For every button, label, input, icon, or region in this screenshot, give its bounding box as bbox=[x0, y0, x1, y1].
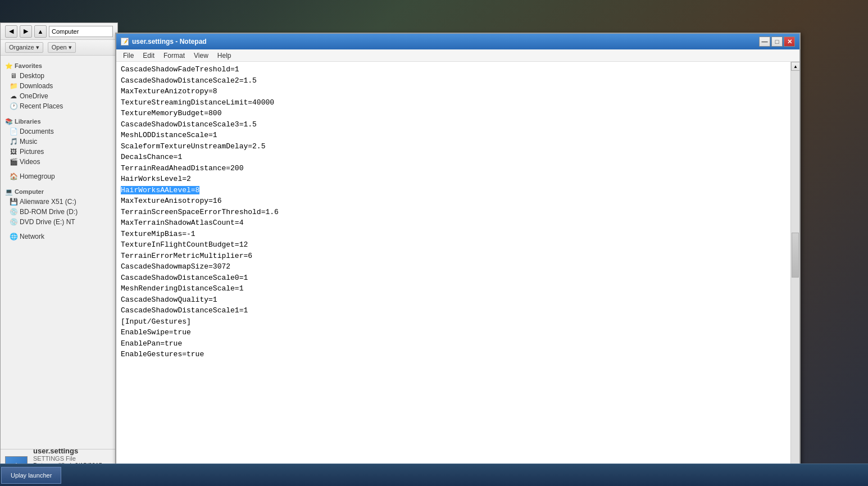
notepad-title-text: user.settings - Notepad bbox=[132, 38, 207, 46]
videos-icon: 🎬 bbox=[10, 158, 17, 166]
notepad-titlebar: 📝 user.settings - Notepad — □ ✕ bbox=[116, 34, 799, 49]
notepad-text-area[interactable]: CascadeShadowFadeTreshold=1 CascadeShado… bbox=[116, 62, 790, 485]
maximize-button[interactable]: □ bbox=[771, 37, 783, 47]
explorer-sidebar: ⭐ Favorites 🖥 Desktop 📁 Downloads ☁ OneD… bbox=[1, 56, 117, 246]
sidebar-item-homegroup[interactable]: 🏠 Homegroup bbox=[1, 171, 117, 181]
libraries-header: 📚 Libraries bbox=[1, 116, 117, 126]
sidebar-label-music: Music bbox=[20, 138, 37, 146]
open-button[interactable]: Open ▾ bbox=[48, 42, 76, 53]
sidebar-item-downloads[interactable]: 📁 Downloads bbox=[1, 81, 117, 91]
computer-header: 💻 Computer bbox=[1, 186, 117, 197]
taskbar-uplay-button[interactable]: Uplay launcher bbox=[1, 467, 61, 484]
menu-file[interactable]: File bbox=[119, 51, 138, 61]
music-icon: 🎵 bbox=[10, 138, 17, 146]
sidebar-item-alienware[interactable]: 💾 Alienware X51 (C:) bbox=[1, 197, 117, 207]
sidebar-label-homegroup: Homegroup bbox=[20, 172, 55, 180]
sidebar-item-dvd[interactable]: 💿 DVD Drive (E:) NT bbox=[1, 217, 117, 227]
close-button[interactable]: ✕ bbox=[784, 37, 795, 47]
sidebar-label-downloads: Downloads bbox=[20, 82, 53, 90]
notepad-window: 📝 user.settings - Notepad — □ ✕ File Edi… bbox=[115, 33, 801, 486]
sidebar-divider-2 bbox=[1, 167, 117, 171]
sidebar-item-onedrive[interactable]: ☁ OneDrive bbox=[1, 91, 117, 101]
recent-icon: 🕐 bbox=[10, 102, 17, 110]
status-filename: user.settings bbox=[33, 447, 113, 455]
drive-c-icon: 💾 bbox=[10, 198, 17, 206]
notepad-content-area: CascadeShadowFadeTreshold=1 CascadeShado… bbox=[116, 62, 799, 485]
desktop-icon: 🖥 bbox=[10, 72, 17, 80]
back-button[interactable]: ◀ bbox=[5, 25, 17, 38]
address-bar[interactable]: Computer bbox=[49, 26, 113, 37]
sidebar-label-desktop: Desktop bbox=[20, 72, 44, 80]
sidebar-item-videos[interactable]: 🎬 Videos bbox=[1, 157, 117, 167]
drive-e-icon: 💿 bbox=[10, 218, 17, 226]
sidebar-divider-4 bbox=[1, 227, 117, 231]
homegroup-icon: 🏠 bbox=[10, 172, 17, 180]
favorites-header: ⭐ Favorites bbox=[1, 60, 117, 71]
sidebar-label-pictures: Pictures bbox=[20, 148, 44, 156]
scrollbar-thumb[interactable] bbox=[792, 233, 799, 278]
notepad-window-controls: — □ ✕ bbox=[759, 37, 795, 47]
notepad-scrollbar[interactable]: ▲ ▼ bbox=[790, 62, 799, 485]
forward-button[interactable]: ▶ bbox=[20, 25, 32, 38]
notepad-app-icon: 📝 bbox=[121, 38, 129, 46]
menu-edit[interactable]: Edit bbox=[138, 51, 159, 61]
sidebar-item-bdrom[interactable]: 💿 BD-ROM Drive (D:) bbox=[1, 207, 117, 217]
explorer-toolbar: ◀ ▶ ▲ Computer bbox=[1, 23, 117, 40]
scroll-up-button[interactable]: ▲ bbox=[791, 62, 799, 71]
sidebar-label-recent: Recent Places bbox=[20, 102, 63, 110]
status-filetype: SETTINGS File bbox=[33, 455, 113, 462]
address-text: Computer bbox=[52, 28, 79, 35]
minimize-button[interactable]: — bbox=[759, 37, 770, 47]
menu-view[interactable]: View bbox=[189, 51, 213, 61]
network-icon: 🌐 bbox=[10, 233, 17, 240]
sidebar-label-documents: Documents bbox=[20, 128, 54, 135]
sidebar-label-dvd: DVD Drive (E:) NT bbox=[20, 218, 75, 226]
taskbar: Uplay launcher bbox=[0, 464, 868, 486]
pictures-icon: 🖼 bbox=[10, 148, 17, 156]
menu-format[interactable]: Format bbox=[159, 51, 189, 61]
sidebar-label-network: Network bbox=[20, 233, 44, 240]
sidebar-item-recent[interactable]: 🕐 Recent Places bbox=[1, 101, 117, 111]
sidebar-divider-3 bbox=[1, 181, 117, 186]
sidebar-label-bdrom: BD-ROM Drive (D:) bbox=[20, 208, 78, 216]
notepad-title: 📝 user.settings - Notepad bbox=[121, 38, 207, 46]
sidebar-item-documents[interactable]: 📄 Documents bbox=[1, 126, 117, 137]
sidebar-label-alienware: Alienware X51 (C:) bbox=[20, 198, 76, 206]
sidebar-divider-1 bbox=[1, 111, 117, 116]
explorer-action-bar: Organize ▾ Open ▾ bbox=[1, 40, 117, 56]
sidebar-item-pictures[interactable]: 🖼 Pictures bbox=[1, 147, 117, 157]
explorer-window: ◀ ▶ ▲ Computer Organize ▾ Open ▾ ⭐ Favor… bbox=[0, 22, 118, 486]
up-button[interactable]: ▲ bbox=[34, 25, 47, 38]
notepad-menubar: File Edit Format View Help bbox=[116, 49, 799, 62]
sidebar-label-onedrive: OneDrive bbox=[20, 92, 48, 100]
organize-button[interactable]: Organize ▾ bbox=[5, 42, 43, 53]
menu-help[interactable]: Help bbox=[213, 51, 236, 61]
onedrive-icon: ☁ bbox=[10, 92, 17, 100]
scrollbar-track bbox=[791, 71, 799, 476]
highlighted-line: HairWorksAALevel=8 bbox=[121, 186, 199, 194]
sidebar-label-videos: Videos bbox=[20, 158, 40, 166]
sidebar-item-music[interactable]: 🎵 Music bbox=[1, 137, 117, 147]
downloads-icon: 📁 bbox=[10, 82, 17, 90]
documents-icon: 📄 bbox=[10, 128, 17, 135]
drive-d-icon: 💿 bbox=[10, 208, 17, 216]
sidebar-item-desktop[interactable]: 🖥 Desktop bbox=[1, 71, 117, 81]
sidebar-item-network[interactable]: 🌐 Network bbox=[1, 231, 117, 242]
